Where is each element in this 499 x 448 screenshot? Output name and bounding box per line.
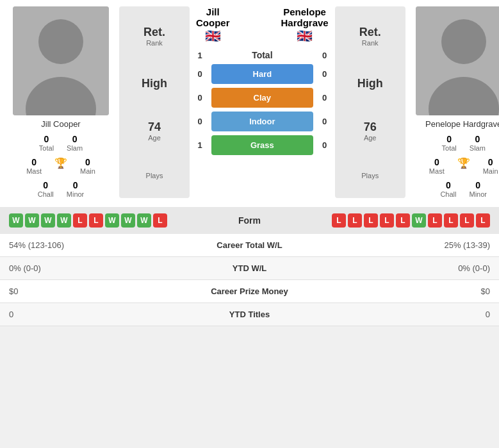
left-plays-stat: Plays [146,172,163,179]
form-badge-w: W [9,213,23,228]
right-minor-value: 0 [475,180,480,190]
indoor-left-score: 0 [193,117,206,126]
svg-point-4 [441,19,486,64]
left-main-stat: 0 Main [80,157,95,175]
left-stats-row2: 0 Mast 🏆 0 Main [26,157,95,175]
grass-button[interactable]: Grass [211,135,313,155]
right-chall-value: 0 [446,180,451,190]
right-mast-value: 0 [434,157,439,167]
grass-left-score: 1 [193,140,206,150]
stats-row: 0% (0-0) YTD W/L 0% (0-0) [0,257,499,280]
form-badge-l: L [332,213,346,228]
hard-row: 0 Hard 0 [193,64,331,84]
indoor-row: 0 Indoor 0 [193,112,331,131]
stats-left-value: 54% (123-106) [9,240,179,250]
right-minor-label: Minor [469,190,487,198]
right-avatar-silhouette [416,6,499,115]
right-form-badges: LLLLLWLLLL [295,213,491,228]
clay-right-score: 0 [318,93,331,103]
right-minor-stat: 0 Minor [469,180,487,198]
right-player-avatar [416,6,499,115]
main-container: Jill Cooper 0 Total 0 Slam 0 Mast 🏆 [0,0,499,326]
indoor-button[interactable]: Indoor [211,112,313,131]
clay-left-score: 0 [193,93,206,103]
hard-button[interactable]: Hard [211,64,313,84]
left-slam-label: Slam [67,144,83,152]
right-slam-stat: 0 Slam [470,134,486,152]
players-section: Jill Cooper 0 Total 0 Slam 0 Mast 🏆 [0,0,499,204]
stats-right-value: $0 [320,286,491,296]
grass-row: 1 Grass 0 [193,135,331,155]
form-badge-l: L [153,213,167,228]
right-rank-label: Rank [362,39,379,47]
stats-center-label: Career Total W/L [179,240,320,250]
surfaces-panel: Jill Cooper 🇬🇧 Penelope Hardgrave 🇬🇧 1 T… [193,6,331,198]
right-main-value: 0 [488,157,493,167]
form-badge-l: L [444,213,458,228]
right-header-name: Penelope Hardgrave [281,6,329,28]
form-badge-w: W [41,213,55,228]
total-label: Total [211,50,313,60]
form-badge-l: L [89,213,103,228]
left-middle-panel: Ret. Rank High 74 Age Plays [119,6,190,198]
left-total-label: Total [39,144,54,152]
right-main-label: Main [483,167,498,175]
right-middle-panel: Ret. Rank High 76 Age Plays [335,6,405,198]
right-chall-stat: 0 Chall [440,180,456,198]
form-badge-w: W [57,213,71,228]
total-row: 1 Total 0 [193,50,331,60]
left-stats-row1: 0 Total 0 Slam [39,134,83,152]
left-header-name: Jill Cooper [196,6,230,28]
left-minor-value: 0 [73,180,78,190]
stats-left-value: $0 [9,286,179,296]
left-rank-label: Rank [146,39,163,47]
right-total-value: 0 [446,134,452,144]
right-age-value: 76 [364,120,377,134]
left-chall-value: 0 [43,180,48,190]
form-badge-l: L [364,213,378,228]
left-mast-stat: 0 Mast [26,157,42,175]
clay-button[interactable]: Clay [211,88,313,108]
right-flag: 🇬🇧 [281,28,329,44]
right-header: Penelope Hardgrave 🇬🇧 [281,6,329,44]
left-header: Jill Cooper 🇬🇧 [196,6,230,44]
form-badge-w: W [412,213,426,228]
form-badge-l: L [73,213,87,228]
right-high-value: High [357,77,383,90]
left-total-value: 0 [44,134,49,144]
hard-right-score: 0 [318,69,331,79]
right-plays-stat: Plays [361,172,379,179]
left-player-avatar [13,6,109,115]
right-plays-label: Plays [361,172,379,179]
form-badge-l: L [396,213,410,228]
left-mast-value: 0 [31,157,37,167]
left-age-label: Age [148,134,161,142]
right-rank-value: Ret. [359,26,381,39]
stats-row: 54% (123-106) Career Total W/L 25% (13-3… [0,234,499,257]
left-minor-label: Minor [67,190,85,198]
right-slam-label: Slam [470,144,486,152]
form-badge-w: W [121,213,135,228]
left-minor-stat: 0 Minor [67,180,85,198]
left-slam-value: 0 [72,134,78,144]
left-plays-label: Plays [146,172,163,179]
player-headers: Jill Cooper 🇬🇧 Penelope Hardgrave 🇬🇧 [193,6,331,46]
form-badge-l: L [460,213,474,228]
right-player-name: Penelope Hardgrave [425,119,499,129]
right-stats-row3: 0 Chall 0 Minor [440,180,487,198]
stats-right-value: 0 [320,310,491,319]
left-age-stat: 74 Age [148,120,161,142]
stats-right-value: 25% (13-39) [320,240,491,250]
right-stats-row1: 0 Total 0 Slam [442,134,486,152]
left-main-value: 0 [85,157,90,167]
left-form-badges: WWWWLLWWWL [9,213,205,228]
stats-center-label: YTD Titles [179,310,320,319]
left-main-label: Main [80,167,95,175]
form-badge-l: L [380,213,394,228]
form-badge-l: L [348,213,362,228]
total-left-score: 1 [193,51,206,60]
right-age-stat: 76 Age [364,120,377,142]
form-badge-w: W [137,213,151,228]
right-slam-value: 0 [475,134,480,144]
total-right-score: 0 [318,51,331,60]
